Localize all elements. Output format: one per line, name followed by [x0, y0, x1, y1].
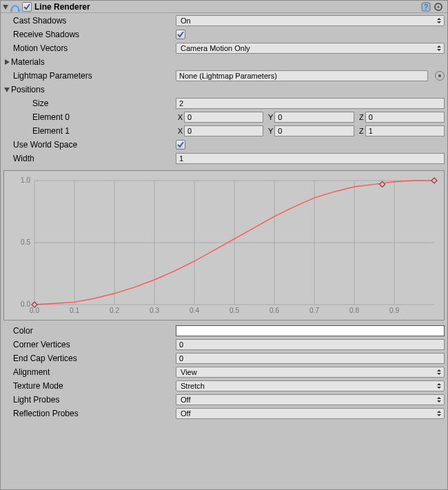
svg-text:0.0: 0.0: [21, 300, 30, 308]
svg-text:0.9: 0.9: [389, 307, 399, 314]
svg-text:0.1: 0.1: [70, 307, 79, 314]
position-0-x-input[interactable]: 0: [184, 112, 263, 123]
line-renderer-icon: [10, 1, 21, 12]
svg-rect-1: [18, 10, 20, 12]
end-cap-vertices-label: End Cap Vertices: [3, 354, 176, 363]
lightmap-params-field[interactable]: None (Lightmap Parameters): [176, 70, 428, 81]
alignment-label: Alignment: [3, 367, 176, 377]
component-enabled-checkbox[interactable]: [22, 2, 32, 12]
svg-text:0.0: 0.0: [30, 307, 39, 314]
position-element-label: Element 0: [3, 112, 176, 122]
motion-vectors-dropdown[interactable]: Camera Motion Only: [176, 43, 445, 54]
svg-text:0.7: 0.7: [309, 307, 319, 314]
reflection-probes-label: Reflection Probes: [3, 409, 176, 418]
cast-shadows-dropdown[interactable]: On: [176, 15, 445, 26]
svg-text:0.3: 0.3: [150, 307, 159, 314]
width-input[interactable]: 1: [176, 153, 445, 164]
chevron-right-icon: [3, 59, 10, 65]
svg-text:1.0: 1.0: [21, 176, 30, 184]
position-0-y-input[interactable]: 0: [274, 112, 354, 123]
receive-shadows-label: Receive Shadows: [3, 30, 176, 39]
svg-text:0.5: 0.5: [230, 307, 239, 314]
component-header[interactable]: Line Renderer ?: [1, 1, 447, 13]
alignment-dropdown[interactable]: View: [176, 367, 445, 378]
positions-foldout[interactable]: Positions: [3, 85, 176, 94]
color-label: Color: [3, 326, 176, 336]
receive-shadows-checkbox[interactable]: [176, 30, 185, 39]
axis-y-label: Y: [266, 127, 273, 135]
width-curve-editor[interactable]: 0.00.10.20.30.40.50.60.70.80.90.00.51.0: [3, 170, 445, 320]
positions-size-label: Size: [3, 99, 176, 108]
svg-marker-34: [431, 178, 437, 183]
motion-vectors-label: Motion Vectors: [3, 43, 176, 53]
inspector-component: Line Renderer ? Cast Shadows On Receive …: [0, 0, 448, 490]
axis-z-label: Z: [357, 113, 364, 121]
position-1-x-input[interactable]: 0: [184, 125, 263, 136]
axis-x-label: X: [176, 127, 183, 135]
svg-text:?: ?: [424, 3, 428, 11]
use-world-space-checkbox[interactable]: [176, 140, 185, 150]
end-cap-vertices-input[interactable]: 0: [176, 353, 445, 364]
help-icon[interactable]: ?: [421, 2, 431, 12]
light-probes-dropdown[interactable]: Off: [176, 394, 445, 405]
svg-text:0.5: 0.5: [21, 238, 30, 246]
svg-marker-33: [380, 181, 385, 187]
texture-mode-label: Texture Mode: [3, 381, 176, 391]
component-title: Line Renderer: [34, 2, 90, 12]
corner-vertices-input[interactable]: 0: [176, 339, 445, 350]
corner-vertices-label: Corner Vertices: [3, 340, 176, 349]
svg-text:0.4: 0.4: [190, 307, 199, 314]
axis-y-label: Y: [266, 113, 273, 121]
position-0-z-input[interactable]: 0: [365, 112, 445, 123]
position-1-z-input[interactable]: 1: [365, 125, 445, 136]
position-element-label: Element 1: [3, 126, 176, 136]
position-1-y-input[interactable]: 0: [274, 125, 354, 136]
chevron-down-icon: [3, 86, 10, 93]
texture-mode-dropdown[interactable]: Stretch: [176, 380, 445, 391]
color-field[interactable]: [176, 325, 445, 336]
width-label: Width: [3, 154, 176, 163]
reflection-probes-dropdown[interactable]: Off: [176, 408, 445, 419]
svg-rect-0: [10, 10, 12, 12]
materials-foldout[interactable]: Materials: [3, 57, 176, 67]
light-probes-label: Light Probes: [3, 395, 176, 405]
cast-shadows-label: Cast Shadows: [3, 16, 176, 25]
svg-text:0.6: 0.6: [269, 307, 279, 314]
svg-point-5: [438, 6, 440, 8]
use-world-space-label: Use World Space: [3, 140, 176, 150]
positions-size-input[interactable]: 2: [176, 98, 445, 109]
object-picker-icon[interactable]: [435, 71, 445, 81]
svg-text:0.2: 0.2: [110, 307, 119, 314]
gear-icon[interactable]: [434, 2, 443, 12]
axis-z-label: Z: [357, 127, 364, 135]
svg-text:0.8: 0.8: [349, 307, 359, 314]
lightmap-params-label: Lightmap Parameters: [3, 71, 176, 81]
foldout-icon[interactable]: [2, 3, 9, 10]
axis-x-label: X: [176, 113, 183, 121]
